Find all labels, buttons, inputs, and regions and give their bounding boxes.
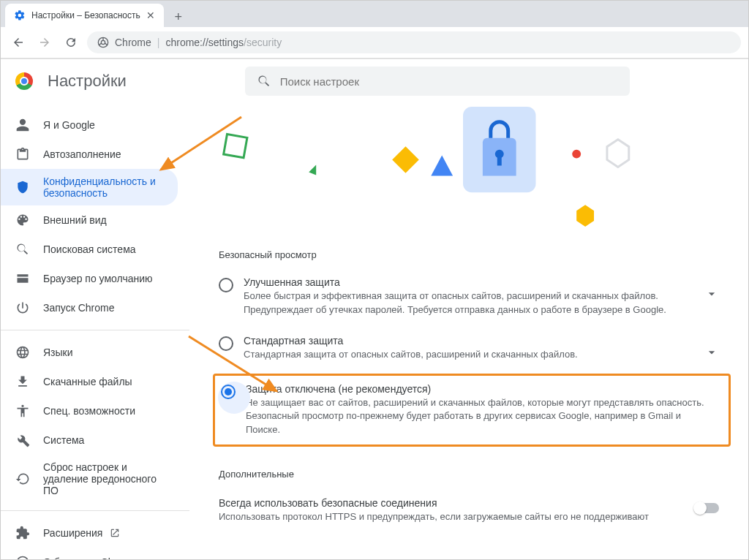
reload-icon [64, 36, 78, 49]
row-title: Всегда использовать безопасные соединени… [219, 497, 684, 509]
accessibility-icon [15, 404, 30, 418]
chrome-logo-icon [15, 72, 33, 90]
divider [1, 510, 189, 511]
option-description: Более быстрая и эффективная защита от оп… [244, 290, 694, 317]
search-icon [257, 74, 271, 88]
sidebar-item-label: Сброс настроек и удаление вредоносного П… [43, 461, 163, 496]
sidebar-item-downloads[interactable]: Скачанные файлы [1, 367, 178, 396]
sidebar-item-default-browser[interactable]: Браузер по умолчанию [1, 264, 178, 293]
row-https-only[interactable]: Всегда использовать безопасные соединени… [213, 487, 731, 533]
sidebar-item-appearance[interactable]: Внешний вид [1, 205, 178, 235]
sidebar-item-label: Внешний вид [43, 214, 107, 226]
person-icon [15, 118, 30, 132]
radio-icon[interactable] [221, 385, 236, 399]
svg-rect-4 [224, 135, 247, 158]
omnibox-label: Chrome [115, 37, 151, 48]
address-bar[interactable]: Chrome | chrome://settings/security [87, 31, 741, 53]
sidebar-item-on-startup[interactable]: Запуск Chrome [1, 293, 178, 322]
svg-point-11 [572, 150, 581, 159]
svg-marker-5 [309, 165, 316, 175]
settings-header: Настройки [1, 59, 748, 103]
chevron-down-icon[interactable] [704, 287, 719, 301]
extension-icon [15, 526, 30, 540]
sidebar-item-label: О браузере Chrome [43, 556, 138, 560]
power-icon [15, 300, 30, 315]
chevron-down-icon[interactable] [704, 345, 719, 360]
tab-strip: Настройки – Безопасность ✕ + [1, 1, 748, 27]
svg-marker-12 [607, 140, 629, 167]
svg-marker-7 [431, 156, 453, 176]
sidebar-item-autofill[interactable]: Автозаполнение [1, 140, 178, 169]
option-standard-protection[interactable]: Стандартная защита Стандартная защита от… [213, 326, 731, 371]
option-no-protection[interactable]: Защита отключена (не рекомендуется) Не з… [221, 383, 717, 438]
sidebar-item-label: Запуск Chrome [43, 302, 114, 314]
sidebar-item-reset[interactable]: Сброс настроек и удаление вредоносного П… [1, 455, 178, 503]
arrow-left-icon [12, 36, 25, 49]
toggle-switch[interactable] [694, 503, 719, 513]
sidebar-item-system[interactable]: Система [1, 425, 178, 455]
reload-button[interactable] [61, 32, 81, 53]
sidebar-item-you-and-google[interactable]: Я и Google [1, 110, 178, 140]
sidebar-item-label: Браузер по умолчанию [43, 273, 153, 284]
new-tab-button[interactable]: + [168, 7, 189, 27]
svg-point-1 [101, 40, 105, 44]
tab-title: Настройки – Безопасность [31, 10, 140, 20]
sidebar-item-label: Расширения [43, 527, 102, 539]
option-title: Улучшенная защита [244, 276, 694, 288]
svg-rect-6 [392, 146, 419, 173]
annotation-highlight: Защита отключена (не рекомендуется) Не з… [213, 374, 731, 447]
settings-main: Безопасный просмотр Улучшенная защита Бо… [189, 103, 748, 560]
option-title: Защита отключена (не рекомендуется) [246, 383, 717, 395]
back-button[interactable] [8, 32, 29, 53]
download-icon [15, 374, 30, 389]
radio-icon[interactable] [219, 278, 233, 292]
sidebar-item-label: Конфиденциальность и безопасность [43, 175, 163, 199]
browser-tab[interactable]: Настройки – Безопасность ✕ [5, 4, 164, 27]
sidebar-item-label: Скачанные файлы [43, 376, 132, 387]
svg-rect-10 [497, 156, 502, 166]
chrome-outline-icon [15, 555, 30, 560]
sidebar-item-accessibility[interactable]: Спец. возможности [1, 396, 178, 425]
sidebar-item-label: Я и Google [43, 119, 95, 131]
palette-icon [15, 213, 30, 227]
sidebar-item-extensions[interactable]: Расширения [1, 518, 178, 548]
sidebar-item-label: Система [43, 434, 84, 446]
option-title: Стандартная защита [244, 335, 694, 347]
clipboard-icon [15, 147, 30, 162]
sidebar-item-label: Автозаполнение [43, 148, 121, 160]
radio-icon[interactable] [219, 336, 233, 351]
external-link-icon [110, 528, 120, 538]
sidebar-item-label: Поисковая система [43, 243, 136, 255]
gear-icon [14, 10, 26, 21]
option-description: Не защищает вас от сайтов, расширений и … [246, 396, 717, 438]
svg-marker-13 [576, 205, 594, 227]
url-suffix: /security [244, 37, 282, 48]
section-heading-advanced: Дополнительные [213, 450, 731, 487]
sidebar-item-label: Спец. возможности [43, 405, 135, 417]
browser-toolbar: Chrome | chrome://settings/security [1, 27, 748, 58]
sidebar-item-languages[interactable]: Языки [1, 338, 178, 367]
page-title: Настройки [48, 72, 127, 91]
restore-icon [15, 472, 30, 486]
forward-button [34, 32, 55, 53]
sidebar-item-privacy-security[interactable]: Конфиденциальность и безопасность [1, 169, 178, 205]
sidebar-item-about[interactable]: О браузере Chrome [1, 548, 178, 560]
divider [1, 330, 189, 330]
search-input[interactable] [280, 75, 619, 88]
sidebar-item-search-engine[interactable]: Поисковая система [1, 235, 178, 264]
option-description: Стандартная защита от опасных сайтов, ра… [244, 348, 694, 362]
url-prefix: chrome://settings [165, 37, 244, 48]
option-enhanced-protection[interactable]: Улучшенная защита Более быстрая и эффект… [213, 268, 731, 326]
window-icon [15, 271, 30, 286]
row-description: Использовать протокол HTTPS и предупрежд… [219, 510, 684, 524]
close-icon[interactable]: ✕ [146, 10, 155, 21]
wrench-icon [15, 433, 30, 447]
svg-point-2 [18, 557, 29, 561]
settings-search[interactable] [245, 67, 631, 96]
chrome-outline-icon [97, 37, 109, 48]
hero-illustration [189, 103, 748, 235]
shield-icon [15, 180, 30, 194]
arrow-right-icon [38, 36, 51, 49]
globe-icon [15, 345, 30, 360]
sidebar-item-label: Языки [43, 347, 73, 358]
